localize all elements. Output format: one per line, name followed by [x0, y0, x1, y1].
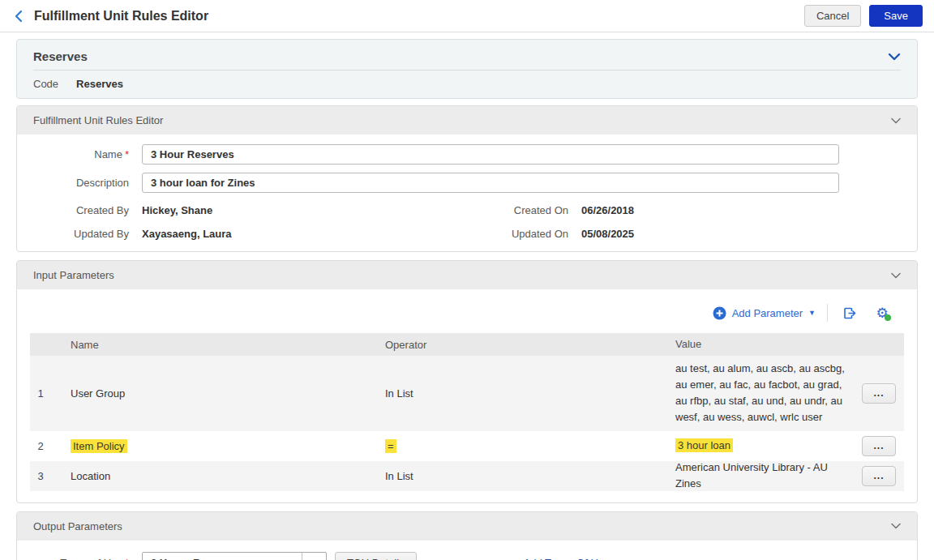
back-button[interactable]	[8, 6, 29, 27]
save-button[interactable]: Save	[869, 5, 923, 27]
output-parameters-title: Output Parameters	[33, 520, 122, 532]
required-marker: *	[125, 557, 129, 560]
add-parameter-label: Add Parameter	[732, 307, 803, 319]
input-parameters-collapse-toggle[interactable]	[891, 272, 901, 279]
gear-icon: ⚙	[876, 306, 888, 320]
page-title: Fulfillment Unit Rules Editor	[34, 9, 208, 24]
column-header-value: Value	[656, 331, 854, 357]
input-parameters-panel: Input Parameters Add Parameter ▼	[16, 260, 918, 503]
name-label: Name*	[17, 148, 129, 160]
toolbar-divider	[827, 304, 828, 322]
output-parameters-collapse-toggle[interactable]	[891, 523, 901, 529]
customize-view-button[interactable]: ⚙	[872, 302, 893, 323]
details-panel: Fulfillment Unit Rules Editor Name* Desc…	[16, 105, 918, 252]
top-bar: Fulfillment Unit Rules Editor Cancel Sav…	[0, 0, 934, 32]
column-header-operator: Operator	[366, 339, 656, 351]
required-marker: *	[125, 148, 129, 160]
updated-on-label: Updated On	[499, 228, 568, 240]
updated-on-value: 05/08/2025	[581, 228, 634, 240]
parameter-name: User Group	[51, 387, 366, 400]
parameter-value: au test, au alum, au ascb, au ascbg, au …	[656, 356, 854, 431]
caret-down-icon: ▼	[808, 309, 816, 317]
chevron-down-icon	[888, 53, 901, 61]
parameter-operator: In List	[366, 470, 656, 482]
created-on-label: Created On	[499, 204, 568, 216]
row-actions-button[interactable]: ...	[862, 466, 896, 486]
created-on-value: 06/26/2018	[581, 204, 634, 216]
terms-of-use-select[interactable]: 3 Hours Reserves ▼	[142, 552, 327, 560]
input-parameters-title: Input Parameters	[33, 269, 114, 281]
summary-divider	[33, 70, 901, 71]
output-parameters-panel: Output Parameters Terms of Use* 3 Hours …	[16, 511, 918, 560]
parameter-name: Item Policy	[51, 440, 366, 452]
row-number: 2	[30, 440, 51, 452]
updated-by-value: Xayasaeng, Laura	[142, 228, 499, 240]
add-terms-of-use-link[interactable]: Add Terms Of Use	[524, 557, 610, 560]
parameter-value: American University Library - AU Zines	[656, 455, 854, 497]
summary-panel: Reserves Code Reserves	[16, 39, 918, 99]
details-collapse-toggle[interactable]	[891, 118, 901, 124]
name-field[interactable]	[142, 144, 839, 165]
parameter-operator: In List	[366, 387, 656, 400]
details-panel-title: Fulfillment Unit Rules Editor	[33, 114, 163, 126]
table-header-row: Name Operator Value	[30, 333, 904, 356]
table-row: 1 User Group In List au test, au alum, a…	[30, 356, 904, 431]
cancel-button[interactable]: Cancel	[804, 5, 861, 27]
select-caret-button[interactable]: ▼	[302, 553, 326, 560]
updated-by-label: Updated By	[17, 228, 129, 240]
parameter-operator: =	[366, 440, 656, 452]
chevron-left-icon	[13, 10, 24, 23]
gear-status-dot	[885, 314, 891, 321]
terms-of-use-label: Terms of Use*	[17, 557, 129, 560]
summary-title: Reserves	[33, 49, 88, 63]
code-label: Code	[33, 78, 58, 90]
plus-circle-icon	[713, 306, 726, 320]
row-number: 3	[30, 470, 51, 482]
tou-details-button[interactable]: TOU Details	[335, 552, 417, 560]
export-icon	[842, 306, 857, 320]
chevron-down-icon	[891, 118, 901, 124]
created-by-label: Created By	[17, 204, 129, 216]
terms-of-use-value: 3 Hours Reserves	[143, 553, 302, 560]
chevron-down-icon	[891, 523, 901, 529]
row-number: 1	[30, 387, 51, 400]
parameters-table: Name Operator Value 1 User Group In List…	[30, 333, 904, 491]
code-value: Reserves	[76, 78, 123, 90]
description-label: Description	[17, 177, 129, 189]
summary-collapse-toggle[interactable]	[888, 53, 901, 61]
created-by-value: Hickey, Shane	[142, 204, 499, 216]
table-row: 3 Location In List American University L…	[30, 461, 904, 491]
parameter-name: Location	[51, 470, 366, 482]
row-actions-button[interactable]: ...	[862, 383, 896, 404]
column-header-name: Name	[51, 339, 366, 351]
description-field[interactable]	[142, 173, 839, 193]
chevron-down-icon	[891, 272, 901, 279]
row-actions-button[interactable]: ...	[862, 436, 896, 456]
export-button[interactable]	[839, 302, 860, 323]
add-parameter-button[interactable]: Add Parameter ▼	[713, 306, 816, 320]
